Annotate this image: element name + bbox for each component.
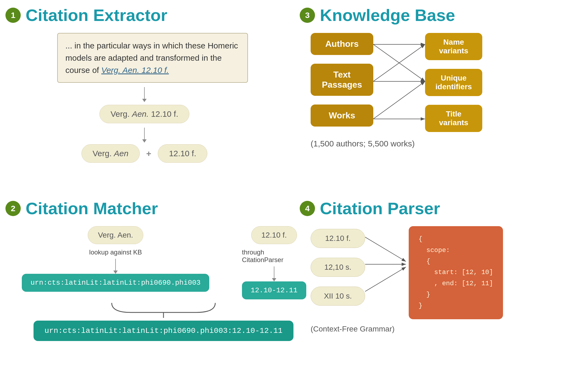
q2-title: Citation Matcher (26, 199, 158, 218)
split-right-pill: 12.10 f. (158, 144, 207, 163)
q3-title: Knowledge Base (320, 5, 455, 25)
q4-title: Citation Parser (320, 199, 440, 218)
matcher-left-input: Verg. Aen. (88, 226, 143, 244)
split-left-pill: Verg. Aen (81, 144, 140, 163)
matcher-right-col: 12.10 f. through CitationParser 12.10-12… (242, 226, 306, 299)
svg-line-11 (365, 267, 406, 291)
citation-matcher-section: 2 Citation Matcher Verg. Aen. lookup aga… (5, 199, 305, 384)
q1-title: Citation Extractor (26, 5, 167, 25)
step-1-badge: 1 (5, 8, 21, 23)
q3-header: 3 Knowledge Base (300, 5, 578, 25)
parser-input-1: 12.10 f. (311, 229, 365, 248)
arrow-2 (144, 128, 145, 140)
svg-line-9 (365, 237, 406, 262)
matcher-left-col: Verg. Aen. lookup against KB urn:cts:lat… (22, 226, 209, 292)
citation-parser-section: 4 Citation Parser 12.10 f. 12,10 s. XII … (300, 199, 578, 384)
kb-arrows-svg (373, 33, 488, 136)
lookup-label: lookup against KB (89, 248, 142, 256)
q4-header: 4 Citation Parser (300, 199, 578, 218)
brace-connector-svg (95, 302, 232, 318)
parser-stats: (Context-Free Grammar) (311, 325, 578, 333)
kb-text-passages-box: TextPassages (311, 64, 373, 96)
kb-stats: (1,500 authors; 5,500 works) (311, 139, 578, 148)
svg-line-5 (373, 81, 425, 119)
parser-code-box: { scope: { start: [12, 10] , end: [12, 1… (409, 226, 503, 319)
arrow-3 (115, 259, 116, 271)
step-3-badge: 3 (300, 8, 315, 23)
step-2-badge: 2 (5, 201, 21, 216)
kb-authors-box: Authors (311, 33, 373, 55)
step-4-badge: 4 (300, 201, 315, 216)
parser-code-content: { scope: { start: [12, 10] , end: [12, 1… (419, 234, 493, 312)
matcher-right-input: 12.10 f. (251, 226, 297, 244)
parser-arrows-svg (365, 226, 409, 302)
q2-header: 2 Citation Matcher (5, 199, 305, 218)
range-result-pill: 12.10-12.11 (242, 281, 306, 299)
kb-works-box: Works (311, 105, 373, 127)
citation-extractor-section: 1 Citation Extractor ... in the particul… (5, 5, 283, 191)
arrow-1 (144, 87, 145, 99)
citation-link-text: Verg. Aen. 12.10 f. (101, 66, 169, 75)
parser-input-3: XII 10 s. (311, 287, 365, 306)
source-text-box: ... in the particular ways in which thes… (57, 33, 248, 83)
extracted-citation-pill: Verg. Aen. 12.10 f. (99, 105, 190, 123)
arrow-4 (274, 266, 274, 279)
plus-sign: + (146, 149, 151, 159)
urn-result-pill: urn:cts:latinLit:latinLit:phi0690.phi003 (22, 274, 209, 292)
combined-urn-pill: urn:cts:latinLit:latinLit:phi0690.phi003… (34, 321, 293, 341)
parser-input-2: 12,10 s. (311, 258, 365, 277)
q1-header: 1 Citation Extractor (5, 5, 283, 25)
citation-parser-label: through CitationParser (242, 248, 306, 264)
knowledge-base-section: 3 Knowledge Base Authors TextPassages Wo… (300, 5, 578, 191)
